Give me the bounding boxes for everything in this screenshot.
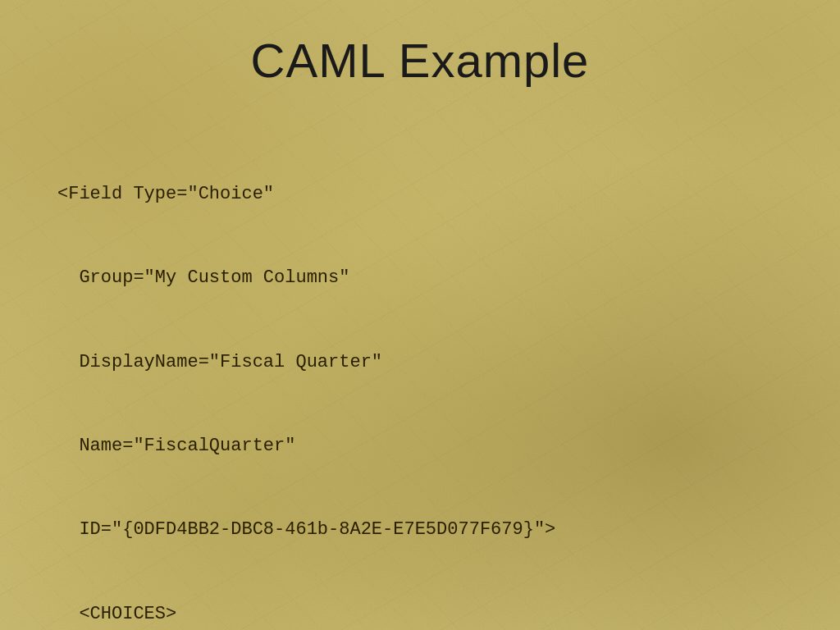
slide: CAML Example <Field Type="Choice" Group=… [0, 0, 840, 630]
code-line-2: Group="My Custom Columns" [57, 264, 555, 292]
slide-title: CAML Example [49, 33, 791, 88]
code-line-5: ID="{0DFD4BB2-DBC8-461b-8A2E-E7E5D077F67… [57, 516, 555, 544]
code-block: <Field Type="Choice" Group="My Custom Co… [49, 125, 555, 630]
code-line-1: <Field Type="Choice" [57, 180, 555, 208]
code-line-4: Name="FiscalQuarter" [57, 432, 555, 460]
code-line-3: DisplayName="Fiscal Quarter" [57, 349, 555, 377]
code-line-6: <CHOICES> [57, 600, 555, 628]
